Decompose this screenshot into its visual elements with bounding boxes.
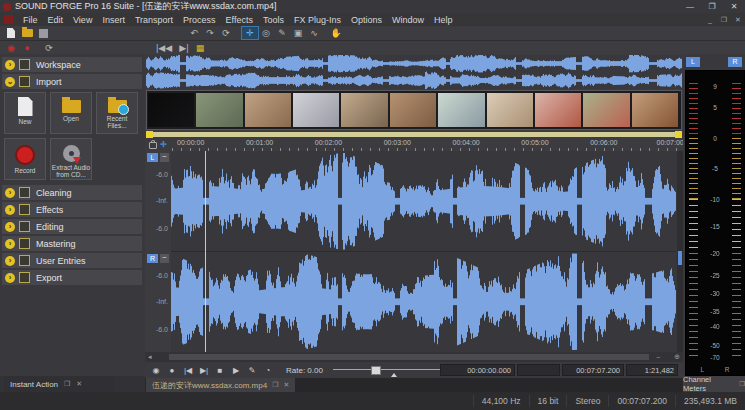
import-new-button[interactable]: New — [4, 92, 46, 134]
marker-grid-button[interactable]: ▦ — [192, 42, 208, 54]
menu-file[interactable]: File — [18, 15, 43, 25]
menu-process[interactable]: Process — [178, 15, 221, 25]
go-to-start-button[interactable]: |◀◀ — [152, 42, 176, 54]
sidebar-section-user-entries[interactable]: › User Entries — [2, 253, 142, 268]
video-thumbnail[interactable] — [583, 93, 629, 127]
event-tool-button[interactable]: ▣ — [290, 27, 306, 39]
rate-slider-thumb[interactable] — [371, 366, 381, 375]
video-thumbnail[interactable] — [148, 93, 194, 127]
undo-button[interactable]: ↶ — [186, 27, 202, 39]
sidebar-section-export[interactable]: › Export — [2, 270, 142, 285]
menu-fx-plugins[interactable]: FX Plug-Ins — [289, 15, 346, 25]
video-thumbnail[interactable] — [632, 93, 678, 127]
import-recent-files-button[interactable]: Recent Files... — [96, 92, 138, 134]
rate-slider[interactable] — [333, 365, 451, 375]
horizontal-scrollbar-thumb[interactable] — [169, 354, 649, 360]
tab-close-icon[interactable]: ✕ — [283, 381, 289, 389]
go-to-end-button[interactable]: ▶| — [196, 366, 212, 375]
sidebar-section-editing[interactable]: › Editing — [2, 219, 142, 234]
video-thumbnail[interactable] — [487, 93, 533, 127]
video-thumbnail[interactable] — [293, 93, 339, 127]
play-as-sample-button[interactable]: ✎ — [244, 366, 260, 375]
snap-icon[interactable]: ✛ — [160, 140, 167, 149]
go-to-end-button[interactable]: ▶| — [176, 42, 192, 54]
right-channel-minimize-button[interactable]: − — [160, 254, 169, 263]
document-tab[interactable]: 伍递的安详www.ssdax.com.mp4 ❐ ✕ — [146, 378, 295, 392]
close-button[interactable]: ✕ — [723, 2, 745, 11]
time-ruler[interactable]: 00:00:00 00:01:00 00:02:00 00:03:00 00:0… — [172, 138, 682, 151]
play-button[interactable]: ▶ — [228, 366, 244, 375]
new-file-button[interactable] — [3, 27, 19, 39]
overview-bar[interactable] — [146, 55, 682, 89]
video-thumbnail[interactable] — [341, 93, 387, 127]
zoom-out-time-icon[interactable]: − — [656, 354, 660, 361]
envelope-tool-button[interactable]: ∿ — [306, 27, 322, 39]
instant-action-tab[interactable]: Instant Action ❐ ✕ — [4, 376, 114, 392]
import-open-button[interactable]: Open — [50, 92, 92, 134]
maximize-button[interactable]: ❐ — [701, 2, 723, 11]
loop-playback-button[interactable]: ◔ — [260, 366, 276, 375]
minimize-button[interactable]: — — [679, 2, 701, 11]
doc-minimize-button[interactable]: _ — [703, 16, 717, 24]
menu-transport[interactable]: Transport — [130, 15, 178, 25]
left-channel-button[interactable]: L — [147, 153, 158, 162]
go-to-start-button[interactable]: |◀ — [180, 366, 196, 375]
loop-start-marker[interactable] — [146, 131, 153, 138]
horizontal-scrollbar[interactable]: ◂ − ⊕ — [145, 352, 683, 362]
video-thumbnail[interactable] — [390, 93, 436, 127]
left-channel-minimize-button[interactable]: − — [160, 153, 169, 162]
scroll-left-icon[interactable]: ◂ — [148, 353, 152, 361]
record-button[interactable]: ● — [19, 42, 35, 54]
video-thumbnail[interactable] — [245, 93, 291, 127]
right-channel-button[interactable]: R — [147, 254, 158, 263]
video-thumbnail[interactable] — [535, 93, 581, 127]
video-strip[interactable] — [146, 90, 682, 130]
pencil-tool-button[interactable]: ✎ — [274, 27, 290, 39]
redo-button[interactable]: ↷ — [202, 27, 218, 39]
menu-window[interactable]: Window — [387, 15, 429, 25]
meter-right-button[interactable]: R — [728, 57, 742, 67]
meter-left-button[interactable]: L — [686, 57, 700, 67]
doc-restore-button[interactable]: ❐ — [717, 16, 731, 24]
sidebar-section-workspace[interactable]: › Workspace — [2, 57, 142, 72]
record-remote-button[interactable]: ◉ — [3, 42, 19, 54]
menu-view[interactable]: View — [68, 15, 97, 25]
tab-close-icon[interactable]: ✕ — [76, 380, 82, 388]
loop-playback-button[interactable]: ⟳ — [41, 42, 57, 54]
stop-button[interactable]: ■ — [212, 366, 228, 375]
channel-meters-tab[interactable]: Channel Meters ❐ — [683, 376, 745, 392]
loop-end-marker[interactable] — [675, 131, 682, 138]
import-extract-cd-button[interactable]: Extract Audio from CD... — [50, 138, 92, 180]
hand-tool-button[interactable]: ✋ — [328, 27, 344, 39]
menu-insert[interactable]: Insert — [97, 15, 130, 25]
menu-options[interactable]: Options — [346, 15, 387, 25]
record-remote-button[interactable]: ◉ — [148, 366, 164, 375]
repeat-button[interactable]: ⟳ — [218, 27, 234, 39]
doc-close-button[interactable]: ✕ — [731, 16, 745, 24]
sidebar-section-import[interactable]: ⌄ Import — [2, 74, 142, 89]
video-thumbnail[interactable] — [438, 93, 484, 127]
video-thumbnail[interactable] — [196, 93, 242, 127]
zoom-ratio-display: 1:21,482 — [626, 364, 678, 376]
menu-edit[interactable]: Edit — [43, 15, 69, 25]
menu-help[interactable]: Help — [429, 15, 458, 25]
loop-region-bar[interactable] — [146, 132, 682, 137]
overview-waveform[interactable] — [146, 55, 682, 89]
tab-restore-icon[interactable]: ❐ — [64, 380, 70, 388]
edit-tool-button[interactable]: ✛ — [242, 27, 258, 39]
import-record-button[interactable]: Record — [4, 138, 46, 180]
vertical-scrollbar-thumb[interactable] — [678, 251, 682, 265]
sidebar-section-mastering[interactable]: › Mastering — [2, 236, 142, 251]
menu-effects[interactable]: Effects — [221, 15, 258, 25]
tab-restore-icon[interactable]: ❐ — [739, 380, 745, 388]
save-button[interactable] — [35, 27, 51, 39]
sidebar-section-cleaning[interactable]: › Cleaning — [2, 185, 142, 200]
magnify-tool-button[interactable]: ◎ — [258, 27, 274, 39]
open-file-button[interactable] — [19, 27, 35, 39]
lock-icon[interactable] — [149, 142, 157, 149]
zoom-in-time-icon[interactable]: ⊕ — [674, 353, 680, 361]
menu-tools[interactable]: Tools — [258, 15, 289, 25]
tab-restore-icon[interactable]: ❐ — [272, 381, 278, 389]
record-button[interactable]: ● — [164, 366, 180, 375]
sidebar-section-effects[interactable]: › Effects — [2, 202, 142, 217]
